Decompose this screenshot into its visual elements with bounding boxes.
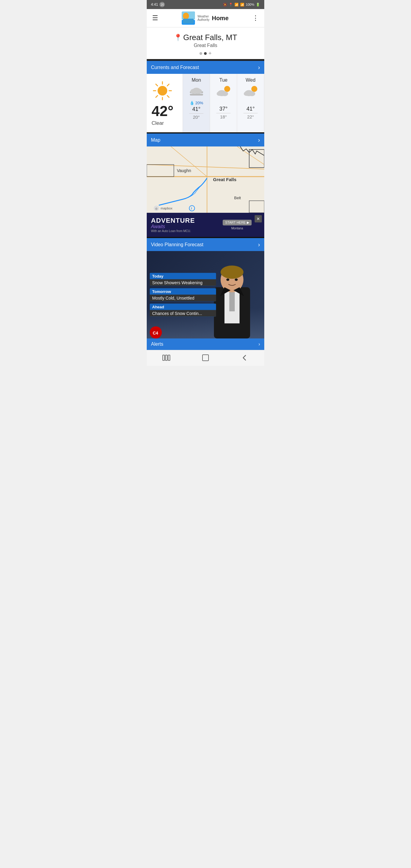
- more-options-icon[interactable]: ⋮: [251, 13, 260, 23]
- video-thumbnail[interactable]: Today Snow Showers Weakening Tomorrow Mo…: [147, 251, 264, 338]
- next-section-hint[interactable]: Alerts ›: [147, 338, 264, 350]
- forecast-lo-mon: 20°: [193, 115, 200, 120]
- status-left: 4:41 16: [151, 2, 165, 7]
- svg-line-10: [167, 84, 169, 86]
- app-bar-center: WeatherAuthority Home: [182, 11, 228, 25]
- battery-text: 100%: [246, 3, 254, 6]
- svg-point-23: [244, 92, 249, 96]
- svg-point-16: [196, 89, 202, 94]
- video-section-label: Video Planning Forecast: [151, 242, 203, 247]
- home-icon: [201, 354, 210, 362]
- logo-svg: [182, 11, 195, 25]
- svg-point-1: [183, 13, 189, 19]
- map-svg: Vaughn Great Falls Belt ◎ mapbox i: [147, 147, 264, 213]
- next-section-label: Alerts: [151, 341, 163, 347]
- status-bar: 4:41 16 🔕 📍 📶 📶 100% 🔋: [147, 0, 264, 9]
- svg-line-11: [156, 96, 158, 97]
- location-header: 📍 Great Falls, MT Great Falls +: [147, 27, 264, 59]
- forecast-day-mon: Mon: [192, 78, 201, 83]
- status-right: 🔕 📍 📶 📶 100% 🔋: [223, 3, 260, 7]
- forecast-text-cards: Today Snow Showers Weakening Tomorrow Mo…: [150, 273, 216, 317]
- video-section-chevron: ›: [258, 241, 260, 248]
- location-icon: 📍: [229, 3, 233, 7]
- svg-point-19: [217, 92, 222, 96]
- forecast-col-mon[interactable]: Mon 💧 20% 41° 20°: [183, 74, 210, 132]
- forecast-card-tomorrow-label: Tomorrow: [150, 288, 216, 295]
- currents-forecast-chevron: ›: [258, 64, 260, 71]
- forecast-card-today: Today Snow Showers Weakening: [150, 273, 216, 286]
- app-bar: ☰ WeatherAuthority Home ⋮: [147, 9, 264, 27]
- dot-1[interactable]: [199, 52, 202, 55]
- svg-point-17: [224, 86, 230, 92]
- svg-rect-53: [168, 355, 170, 361]
- back-button[interactable]: [237, 353, 252, 362]
- currents-forecast-header[interactable]: Currents and Forecast ›: [147, 61, 264, 74]
- svg-rect-13: [190, 94, 203, 96]
- current-condition: Clear: [152, 120, 164, 126]
- home-button[interactable]: [198, 353, 213, 362]
- svg-point-48: [235, 278, 238, 281]
- forecast-card-today-label: Today: [150, 273, 216, 279]
- location-city-state: Great Falls, MT: [183, 33, 237, 42]
- forecast-lo-tue: 18°: [220, 114, 227, 119]
- forecast-col-tue[interactable]: Tue 37° 18°: [210, 74, 237, 132]
- svg-point-24: [249, 91, 255, 96]
- ad-cta[interactable]: START HERE ▶: [223, 220, 252, 225]
- currents-forecast-label: Currents and Forecast: [151, 65, 199, 70]
- map-chevron: ›: [258, 136, 260, 144]
- map-panel[interactable]: Vaughn Great Falls Belt ◎ mapbox i: [147, 147, 264, 213]
- battery-icon: 🔋: [256, 3, 260, 7]
- svg-text:Vaughn: Vaughn: [177, 168, 191, 173]
- forecast-col-wed[interactable]: Wed 41° 22°: [237, 74, 264, 132]
- video-section-header[interactable]: Video Planning Forecast ›: [147, 238, 264, 251]
- nav-bar: [147, 350, 264, 366]
- status-time: 4:41: [151, 2, 158, 7]
- app-logo: [182, 11, 195, 25]
- forecast-lo-wed: 22°: [247, 114, 254, 119]
- next-section-chevron: ›: [258, 341, 260, 347]
- forecast-day-tue: Tue: [219, 78, 227, 83]
- svg-point-47: [226, 278, 229, 281]
- ad-title: ADVENTURE: [151, 217, 195, 224]
- forecast-icon-tue: [216, 85, 231, 98]
- rain-pct-mon: 💧 20%: [190, 101, 203, 105]
- svg-text:mapbox: mapbox: [161, 207, 173, 210]
- svg-rect-52: [165, 355, 167, 361]
- hamburger-menu-icon[interactable]: ☰: [151, 13, 159, 23]
- sun-weather-icon: [152, 80, 173, 101]
- forecast-hi-tue: 37°: [219, 106, 227, 112]
- recent-apps-button[interactable]: [159, 353, 174, 362]
- current-temp: 42°: [152, 104, 173, 119]
- forecast-columns: Mon 💧 20% 41° 20° Tue: [183, 74, 264, 132]
- ad-content: ADVENTURE Awaits With an Auto Loan from …: [147, 214, 199, 236]
- svg-line-9: [167, 96, 169, 97]
- temp-separator-wed: [244, 113, 257, 113]
- ad-close-button[interactable]: ✕: [255, 215, 262, 222]
- forecast-icon-mon: [189, 85, 204, 98]
- svg-line-8: [156, 84, 158, 86]
- map-section-header[interactable]: Map ›: [147, 133, 264, 147]
- svg-text:◎: ◎: [155, 207, 158, 210]
- forecast-card-tomorrow: Tomorrow Mostly Cold, Unsettled: [150, 288, 216, 301]
- forecast-card-ahead-label: Ahead: [150, 304, 216, 310]
- forecast-day-wed: Wed: [246, 78, 255, 83]
- svg-point-3: [158, 86, 167, 96]
- ad-right: START HERE ▶ Montana: [222, 213, 252, 237]
- dot-2[interactable]: [204, 52, 207, 55]
- forecast-icon-wed: [243, 85, 258, 98]
- svg-point-15: [190, 89, 196, 94]
- location-sub: Great Falls: [150, 43, 261, 48]
- svg-point-20: [221, 91, 228, 96]
- add-location-button[interactable]: +: [209, 51, 212, 56]
- forecast-hi-mon: 41°: [192, 106, 200, 113]
- signal-icon: 📶: [240, 3, 244, 7]
- wifi-icon: 📶: [234, 3, 239, 7]
- notification-badge: 16: [159, 2, 165, 7]
- ad-brand: Montana: [223, 227, 252, 230]
- app-title: Home: [212, 15, 229, 22]
- page-dots: +: [150, 51, 261, 56]
- location-main: 📍 Great Falls, MT: [150, 33, 261, 42]
- ad-banner[interactable]: ADVENTURE Awaits With an Auto Loan from …: [147, 213, 264, 237]
- location-pin-icon: 📍: [174, 34, 182, 41]
- svg-rect-2: [182, 20, 195, 25]
